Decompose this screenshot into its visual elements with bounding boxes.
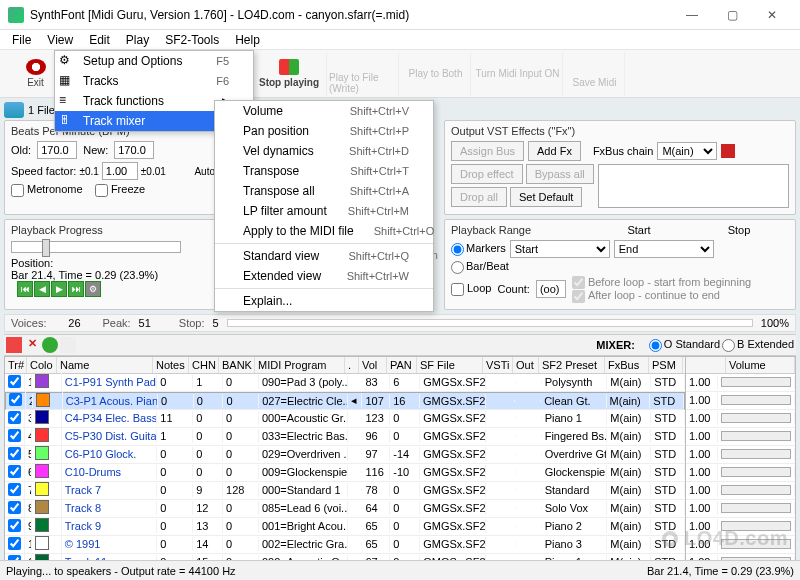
- mixer-row[interactable]: 1.00: [686, 482, 795, 500]
- go-icon[interactable]: [42, 337, 58, 353]
- add-fx-button[interactable]: Add Fx: [528, 141, 581, 161]
- mixer-extended-radio[interactable]: B Extended: [722, 338, 794, 352]
- mixer-row[interactable]: 1.00: [686, 464, 795, 482]
- mixer-row[interactable]: 1.00: [686, 446, 795, 464]
- bypass-all-button[interactable]: Bypass all: [526, 164, 594, 184]
- freeze-checkbox[interactable]: Freeze: [95, 183, 145, 195]
- col-header[interactable]: Tr#: [5, 357, 27, 373]
- submenu-item[interactable]: Vel dynamicsShift+Ctrl+D: [215, 141, 433, 161]
- submenu-item[interactable]: TransposeShift+Ctrl+T: [215, 161, 433, 181]
- file-tab-label[interactable]: 1 File: [28, 104, 55, 116]
- metronome-checkbox[interactable]: Metronome: [11, 183, 83, 195]
- tracks-icon: ≡: [59, 93, 75, 109]
- table-row[interactable]: 8Track 80120085=Lead 6 (voi...640GMGSx.S…: [5, 500, 685, 518]
- menu-play[interactable]: Play: [118, 31, 157, 49]
- table-row[interactable]: 4C5-P30 Dist. Guitar100033=Electric Bas.…: [5, 428, 685, 446]
- col-header[interactable]: Out: [513, 357, 539, 373]
- bpm-old-input[interactable]: [37, 141, 77, 159]
- prev-button[interactable]: ◀: [34, 281, 50, 297]
- close-button[interactable]: ✕: [752, 1, 792, 29]
- before-loop-checkbox[interactable]: Before loop - start from beginning: [572, 276, 751, 288]
- drop-all-button[interactable]: Drop all: [451, 187, 507, 207]
- col-header[interactable]: Notes: [153, 357, 189, 373]
- maximize-button[interactable]: ▢: [712, 1, 752, 29]
- mixer-row[interactable]: 1.00: [686, 374, 795, 392]
- col-header[interactable]: SF File: [417, 357, 483, 373]
- range-start-select[interactable]: Start: [510, 240, 610, 258]
- menu-tracks[interactable]: ▦TracksF6: [55, 71, 253, 91]
- after-loop-checkbox[interactable]: After loop - continue to end: [572, 289, 720, 301]
- col-header[interactable]: PAN: [387, 357, 417, 373]
- tool-icon[interactable]: [60, 337, 76, 353]
- loop-count-input[interactable]: [536, 280, 566, 298]
- menu-edit[interactable]: Edit: [81, 31, 118, 49]
- mixer-row[interactable]: 1.00: [686, 392, 795, 410]
- menu-sf2tools[interactable]: SF2-Tools: [157, 31, 227, 49]
- midi-input-button[interactable]: Turn Midi Input ON: [473, 52, 563, 96]
- play-to-file-button[interactable]: Play to File (Write): [329, 52, 399, 96]
- loop-checkbox[interactable]: Loop: [451, 282, 491, 296]
- fx-list[interactable]: [598, 164, 789, 208]
- table-row[interactable]: 10© 19910140002=Electric Gra...650GMGSx.…: [5, 536, 685, 554]
- col-header[interactable]: Vol: [359, 357, 387, 373]
- table-row[interactable]: 2C3-P1 Acous. Piano000027=Electric Cle..…: [5, 392, 685, 410]
- submenu-item[interactable]: Apply to the MIDI fileShift+Ctrl+O: [215, 221, 433, 241]
- range-end-select[interactable]: End: [614, 240, 714, 258]
- menu-setup-options[interactable]: ⚙Setup and OptionsF5: [55, 51, 253, 71]
- col-header[interactable]: SF2 Preset: [539, 357, 605, 373]
- col-header[interactable]: VSTi: [483, 357, 513, 373]
- stop-playing-button[interactable]: Stop playing: [252, 52, 327, 96]
- col-header[interactable]: CHN: [189, 357, 219, 373]
- submenu-item[interactable]: Extended viewShift+Ctrl+W: [215, 266, 433, 286]
- record-icon[interactable]: [6, 337, 22, 353]
- status-bar: Playing... to speakers - Output rate = 4…: [0, 560, 800, 580]
- fx-remove-icon[interactable]: [721, 144, 735, 158]
- menu-help[interactable]: Help: [227, 31, 268, 49]
- rewind-button[interactable]: ⏮: [17, 281, 33, 297]
- assign-bus-button[interactable]: Assign Bus: [451, 141, 524, 161]
- play-both-button[interactable]: Play to Both: [401, 52, 471, 96]
- table-row[interactable]: 5C6-P10 Glock.000029=Overdriven ...97-14…: [5, 446, 685, 464]
- submenu-item[interactable]: Pan positionShift+Ctrl+P: [215, 121, 433, 141]
- submenu-item[interactable]: Explain...: [215, 291, 433, 311]
- menu-file[interactable]: File: [4, 31, 39, 49]
- exit-icon: [26, 59, 46, 75]
- playback-slider[interactable]: [11, 241, 181, 253]
- markers-radio[interactable]: Markers: [451, 242, 506, 256]
- position-readout: Bar 21.4, Time = 0.29 (23.9%): [11, 269, 158, 281]
- col-header[interactable]: FxBus: [605, 357, 649, 373]
- save-midi-button[interactable]: Save Midi: [565, 52, 625, 96]
- speed-factor-input[interactable]: [102, 162, 138, 180]
- submenu-item[interactable]: LP filter amountShift+Ctrl+M: [215, 201, 433, 221]
- minimize-button[interactable]: —: [672, 1, 712, 29]
- table-row[interactable]: 1C1-P91 Synth Pads010090=Pad 3 (poly...8…: [5, 374, 685, 392]
- col-header[interactable]: Colo: [27, 357, 57, 373]
- play-button[interactable]: ▶: [51, 281, 67, 297]
- bpm-new-input[interactable]: [114, 141, 154, 159]
- col-header[interactable]: .: [345, 357, 359, 373]
- submenu-item[interactable]: Standard viewShift+Ctrl+Q: [215, 246, 433, 266]
- next-button[interactable]: ⏭: [68, 281, 84, 297]
- auto-label: Auto: [194, 166, 215, 177]
- set-default-button[interactable]: Set Default: [510, 187, 582, 207]
- barbeat-radio[interactable]: Bar/Beat: [451, 260, 509, 272]
- submenu-item[interactable]: VolumeShift+Ctrl+V: [215, 101, 433, 121]
- drop-effect-button[interactable]: Drop effect: [451, 164, 523, 184]
- mixer-standard-radio[interactable]: O Standard: [649, 338, 720, 352]
- mixer-row[interactable]: 1.00: [686, 428, 795, 446]
- col-header[interactable]: Name: [57, 357, 153, 373]
- mixer-row[interactable]: 1.00: [686, 410, 795, 428]
- col-header[interactable]: PSM: [649, 357, 683, 373]
- midi-file-icon: [4, 102, 24, 118]
- mixer-row[interactable]: 1.00: [686, 500, 795, 518]
- submenu-item[interactable]: Transpose allShift+Ctrl+A: [215, 181, 433, 201]
- col-header[interactable]: MIDI Program: [255, 357, 345, 373]
- table-row[interactable]: 3C4-P34 Elec. Bass1100000=Acoustic Gr...…: [5, 410, 685, 428]
- settings-button[interactable]: ⚙: [85, 281, 101, 297]
- col-header[interactable]: BANK: [219, 357, 255, 373]
- fxbus-chain-select[interactable]: M(ain): [657, 142, 717, 160]
- table-row[interactable]: 9Track 90130001=Bright Acou...650GMGSx.S…: [5, 518, 685, 536]
- table-row[interactable]: 6C10-Drums000009=Glockenspiel116-10GMGSx…: [5, 464, 685, 482]
- menu-view[interactable]: View: [39, 31, 81, 49]
- table-row[interactable]: 7Track 709128000=Standard 1780GMGSx.SF2S…: [5, 482, 685, 500]
